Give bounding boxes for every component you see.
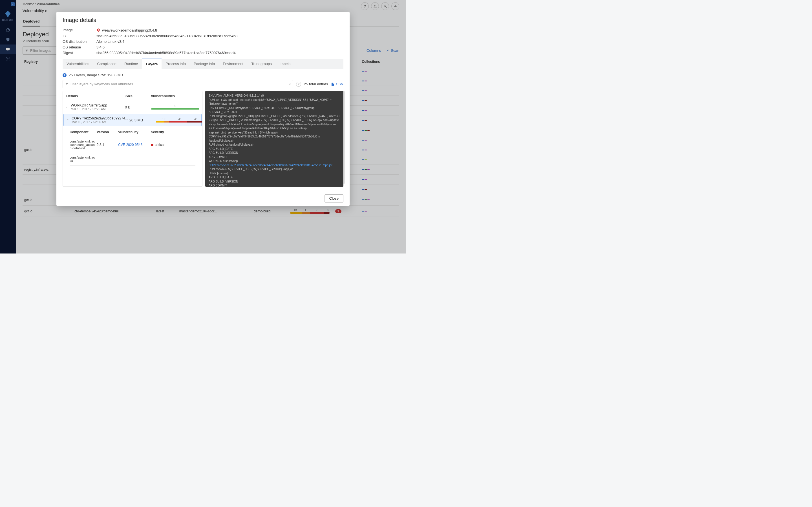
layer-row[interactable]: ⌃ COPY file:25b2e2a923bde699274...Mar 16… bbox=[63, 114, 202, 126]
dockerfile-line: RUN addgroup -g ${SERVICE_GID} ${SERVICE… bbox=[209, 114, 340, 135]
layers-summary: 25 Layers, Image Size: 198.6 MB bbox=[69, 73, 123, 77]
filter-icon bbox=[65, 82, 68, 86]
meta-digest: sha256:983305c948fded487f4a4acdeab5f898e… bbox=[96, 51, 343, 55]
export-csv[interactable]: CSV bbox=[331, 82, 343, 86]
total-entries: 25 total entries bbox=[304, 82, 328, 86]
dockerfile-line: ENV JAVA_ALPINE_VERSION=8.111.14-r0 bbox=[209, 94, 340, 98]
dockerfile-line: RUN chown -R ${SERVICE_USER}:${SERVICE_G… bbox=[209, 167, 340, 172]
tab-compliance[interactable]: Compliance bbox=[93, 59, 120, 69]
col-vulnerabilities: Vulnerabilities bbox=[151, 94, 199, 98]
dockerfile-line: RUN set -x && apk add --no-cache openjdk… bbox=[209, 98, 340, 106]
tab-trust-groups[interactable]: Trust groups bbox=[247, 59, 276, 69]
dockerfile-line: COPY file:791a724c5a7efd4343653d2d498517… bbox=[209, 135, 340, 143]
dockerfile-line: USER [myuser] bbox=[209, 172, 340, 176]
layers-panel: Details Size Vulnerabilities › WORKDIR /… bbox=[63, 91, 202, 187]
dockerfile-line: ARG BUILD_DATE bbox=[209, 147, 340, 151]
tab-labels[interactable]: Labels bbox=[276, 59, 294, 69]
meta-id: sha256:4fc533e8180ac3805582d3b2a9f8008d5… bbox=[96, 34, 343, 38]
tab-process-info[interactable]: Process info bbox=[161, 59, 190, 69]
meta-release: 3.4.6 bbox=[96, 45, 343, 49]
tab-package-info[interactable]: Package info bbox=[190, 59, 219, 69]
scrollbar[interactable] bbox=[343, 91, 345, 184]
vuln-row[interactable]: com.fasterxml.jackson.core_jackson-datab… bbox=[70, 137, 195, 153]
meta-image: weaveworksdemos/shipping:0.4.8 bbox=[102, 28, 157, 33]
col-details: Details bbox=[66, 94, 125, 98]
layer-vuln-subtable: Component Version Vulnerability Severity… bbox=[63, 127, 202, 169]
cve-link[interactable]: CVE-2020-9548 bbox=[118, 143, 149, 147]
dockerfile-line: RUN chmod +x /usr/local/bin/java.sh bbox=[209, 143, 340, 147]
modal-tabs: VulnerabilitiesComplianceRuntimeLayersPr… bbox=[63, 59, 343, 69]
meta-os: Alpine Linux v3.4 bbox=[96, 40, 343, 44]
tab-runtime[interactable]: Runtime bbox=[120, 59, 142, 69]
dockerfile-line: ARG COMMIT bbox=[209, 184, 340, 187]
dockerfile-line: ENV SERVICE_USER=myuser SERVICE_UID=1000… bbox=[209, 106, 340, 114]
dockerfile-line: ARG BUILD_DATE bbox=[209, 175, 340, 180]
chevron-icon: ⌃ bbox=[66, 119, 70, 122]
filter-layers-input[interactable]: Filter layers by keywords and attributes… bbox=[63, 80, 293, 88]
dockerfile-line: COPY file:25b2e2a923bde6992746aeec3ac4c1… bbox=[209, 163, 340, 168]
clear-filter-icon[interactable]: × bbox=[289, 82, 291, 86]
vuln-row[interactable]: com.fasterxml.jacks bbox=[70, 153, 195, 166]
dockerfile-line: WORKDIR /usr/src/app bbox=[209, 159, 340, 163]
dockerfile-line: ARG BUILD_VERSION bbox=[209, 180, 340, 184]
tab-layers[interactable]: Layers bbox=[142, 59, 162, 69]
dockerfile-line: ARG COMMIT bbox=[209, 155, 340, 159]
close-button[interactable]: Close bbox=[324, 194, 343, 203]
chevron-icon: › bbox=[66, 106, 70, 109]
tab-environment[interactable]: Environment bbox=[219, 59, 247, 69]
modal-title: Image details bbox=[63, 17, 343, 23]
info-icon: i bbox=[63, 73, 66, 77]
image-meta: Image weaveworksdemos/shipping:0.4.8 IDs… bbox=[63, 28, 343, 55]
image-details-modal: Image details Image weaveworksdemos/ship… bbox=[56, 12, 350, 206]
layer-row[interactable]: › WORKDIR /usr/src/appMar 16, 2017 7:52:… bbox=[63, 101, 202, 113]
shield-alert-icon bbox=[96, 28, 100, 33]
dockerfile-line: ARG BUILD_VERSION bbox=[209, 151, 340, 155]
col-size: Size bbox=[125, 94, 151, 98]
dockerfile-view: ENV JAVA_ALPINE_VERSION=8.111.14-r0RUN s… bbox=[205, 91, 343, 187]
modal-overlay: Image details Image weaveworksdemos/ship… bbox=[0, 0, 406, 253]
help-tip[interactable]: ? bbox=[296, 82, 301, 87]
export-icon bbox=[331, 82, 335, 86]
tab-vulnerabilities[interactable]: Vulnerabilities bbox=[63, 59, 93, 69]
